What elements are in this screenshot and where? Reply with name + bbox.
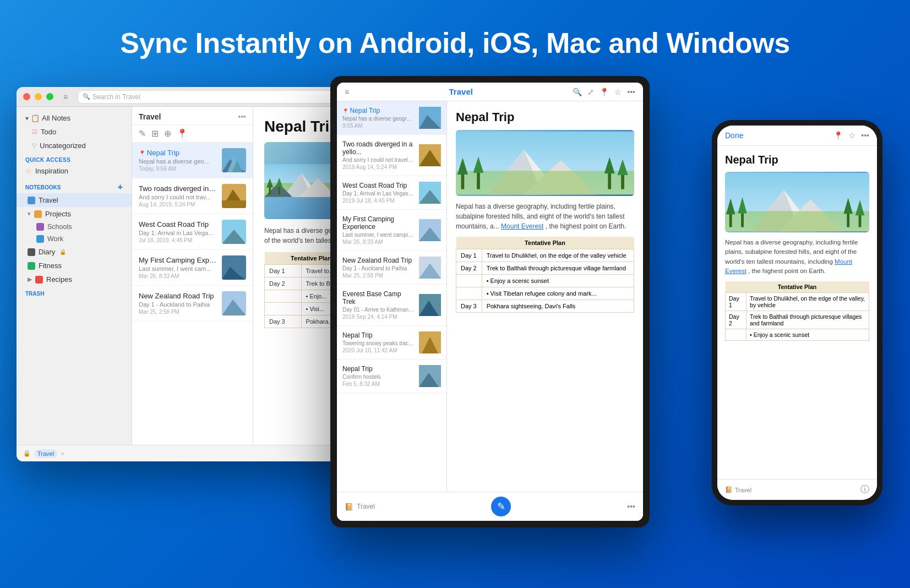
svg-rect-66 xyxy=(847,211,849,227)
tablet-editor-link[interactable]: Mount Everest xyxy=(501,222,543,230)
note-thumb-3 xyxy=(222,255,246,280)
tablet-note-item-1[interactable]: Two roads diverged in a yello... And sor… xyxy=(337,135,446,176)
mac-window: ≡ 🔍 Search in Travel ▾ 📋 All Notes ☑ Tod… xyxy=(17,87,369,461)
traffic-light-green[interactable] xyxy=(46,93,53,100)
tablet-thumb-0 xyxy=(419,107,441,129)
phone-star-icon[interactable]: ☆ xyxy=(848,131,855,140)
traffic-light-red[interactable] xyxy=(23,93,30,100)
svg-rect-20 xyxy=(269,187,271,195)
tablet-body: 📍 Nepal Trip Nepal has a diverse geograp… xyxy=(337,101,643,492)
sidebar-item-diary[interactable]: Diary 🔒 xyxy=(17,245,132,259)
traffic-light-yellow[interactable] xyxy=(35,93,42,100)
tablet-star-icon[interactable]: ☆ xyxy=(614,88,622,96)
notelist-toolbar: ✎ ⊞ ⊕ 📍 xyxy=(132,125,253,143)
sidebar-item-todo[interactable]: ☑ Todo xyxy=(17,125,132,139)
phone-header-icons: 📍 ☆ ••• xyxy=(833,131,869,140)
phone-footer-tag-label[interactable]: Travel xyxy=(735,487,751,493)
tablet-thumb-1 xyxy=(419,144,441,166)
sidebar-item-inspiration[interactable]: ☆ Inspiration xyxy=(17,164,132,178)
tablet-note-item-6[interactable]: Nepal Trip Towering snowy peaks trace th… xyxy=(337,326,446,360)
mac-sidebar: ▾ 📋 All Notes ☑ Todo ▽ Uncategorized QUI… xyxy=(17,107,132,445)
tablet-thumb-7 xyxy=(419,365,441,387)
tablet-pin-icon[interactable]: 📍 xyxy=(600,88,609,96)
tablet-top-icons: 🔍 ⤢ 📍 ☆ ••• xyxy=(573,88,635,96)
phone-editor-body: Nepal has a diverse geography, including… xyxy=(725,238,869,276)
svg-rect-49 xyxy=(461,172,465,189)
insert-image-icon[interactable]: ⊞ xyxy=(151,128,159,139)
tablet-editor-table: Tentative Plan Day 1Travel to Dhulikhel,… xyxy=(456,237,634,313)
note-item-west-coast[interactable]: West Coast Road Trip Day 1: Arrival in L… xyxy=(132,214,253,250)
phone-done-button[interactable]: Done xyxy=(725,131,743,140)
tablet-note-item-4[interactable]: New Zealand Road Trip Day 1 - Auckland t… xyxy=(337,251,446,285)
tablet-thumb-3 xyxy=(419,219,441,241)
menu-icon: ≡ xyxy=(63,92,68,101)
search-placeholder: Search in Travel xyxy=(92,93,140,101)
tablet-header-title: Travel xyxy=(449,87,473,96)
phone-header: Done 📍 ☆ ••• xyxy=(717,126,877,146)
tablet-note-item-3[interactable]: My First Camping Experience Last summer,… xyxy=(337,210,446,251)
footer-lock-icon: 🔒 xyxy=(23,450,31,457)
svg-marker-6 xyxy=(222,200,246,208)
sidebar-item-fitness[interactable]: Fitness xyxy=(17,259,132,273)
tablet-fab-button[interactable]: ✎ xyxy=(491,497,511,516)
footer-remove-tag[interactable]: × xyxy=(61,450,64,457)
note-thumb-2 xyxy=(222,220,246,244)
add-note-icon[interactable]: ⊕ xyxy=(164,128,171,139)
sidebar-item-travel[interactable]: Travel xyxy=(17,193,132,207)
tablet-footer-tag[interactable]: Travel xyxy=(357,503,375,510)
tablet-more-icon[interactable]: ••• xyxy=(627,88,635,96)
tablet-note-item-2[interactable]: West Coast Road Trip Day 1: Arrival in L… xyxy=(337,176,446,210)
new-note-icon[interactable]: ✎ xyxy=(139,128,146,139)
phone-editor: Nepal Trip xyxy=(717,146,877,479)
tablet-editor-image xyxy=(456,130,634,196)
devices-container: ≡ 🔍 Search in Travel ▾ 📋 All Notes ☑ Tod… xyxy=(0,76,910,549)
notelist-header: Travel ••• xyxy=(132,107,253,125)
note-item-nepal-trip[interactable]: 📍 Nepal Trip Nepal has a diverse geo... … xyxy=(132,143,253,178)
phone-editor-table: Tentative Plan Day 1Travel to Dhulikhel,… xyxy=(725,281,869,341)
sidebar-item-projects[interactable]: ▾ Projects xyxy=(17,207,132,221)
tablet-editor-body: Nepal has a diverse geography, including… xyxy=(456,202,634,231)
svg-rect-48 xyxy=(456,171,634,194)
notelist-more-icon[interactable]: ••• xyxy=(238,112,246,121)
sidebar-item-work[interactable]: Work xyxy=(17,233,132,245)
tablet-note-item-7[interactable]: Nepal Trip Confirm hostels Feb 5, 8:32 A… xyxy=(337,360,446,393)
add-notebook-button[interactable]: + xyxy=(118,182,123,192)
tablet-footer-book-icon: 📔 xyxy=(345,503,353,511)
sidebar-item-recipes[interactable]: ▶ Recipes xyxy=(17,273,132,286)
note-item-camping[interactable]: My First Camping Experi... Last summer, … xyxy=(132,250,253,286)
sidebar-item-all-notes[interactable]: ▾ 📋 All Notes xyxy=(17,111,132,125)
tablet-menu-icon[interactable]: ≡ xyxy=(345,88,349,96)
note-thumb-1 xyxy=(222,184,246,208)
quick-access-label: QUICK ACCESS xyxy=(17,153,132,164)
tablet-thumb-6 xyxy=(419,331,441,353)
phone-footer: 📔 Travel ⓘ xyxy=(717,479,877,500)
tablet-editor: Nepal Trip xyxy=(447,101,643,492)
tablet-expand-icon[interactable]: ⤢ xyxy=(587,88,594,96)
tablet-footer-more[interactable]: ••• xyxy=(627,502,635,511)
tablet-notelist: 📍 Nepal Trip Nepal has a diverse geograp… xyxy=(337,101,447,492)
footer-tag[interactable]: Travel xyxy=(34,449,57,458)
svg-rect-62 xyxy=(729,212,732,227)
phone-more-icon[interactable]: ••• xyxy=(861,131,869,140)
svg-rect-64 xyxy=(741,211,744,227)
pin-icon[interactable]: 📍 xyxy=(177,128,188,139)
note-item-nz[interactable]: New Zealand Road Trip Day 1 - Auckland t… xyxy=(132,286,253,322)
notebooks-header: NOTEBOOKS + xyxy=(17,178,132,193)
svg-rect-55 xyxy=(621,173,624,189)
tablet-note-item-5[interactable]: Everest Base Camp Trek Day 01 - Arrive t… xyxy=(337,285,446,326)
sidebar-item-schools[interactable]: Schools xyxy=(17,221,132,233)
phone-footer-tag-area: 📔 Travel xyxy=(725,486,751,493)
note-item-two-roads[interactable]: Two roads diverged in a ... And sorry I … xyxy=(132,178,253,214)
mac-body: ▾ 📋 All Notes ☑ Todo ▽ Uncategorized QUI… xyxy=(17,107,369,445)
mac-search-bar[interactable]: 🔍 Search in Travel xyxy=(78,90,362,104)
pin-badge: 📍 xyxy=(139,150,147,156)
sidebar-item-uncategorized[interactable]: ▽ Uncategorized xyxy=(17,139,132,153)
tablet-search-icon[interactable]: 🔍 xyxy=(573,88,582,96)
phone-footer-info-icon[interactable]: ⓘ xyxy=(860,484,869,496)
tablet-screen: ≡ Travel 🔍 ⤢ 📍 ☆ ••• 📍 xyxy=(337,83,643,521)
note-thumb-4 xyxy=(222,291,246,315)
tablet-note-item-0[interactable]: 📍 Nepal Trip Nepal has a diverse geograp… xyxy=(337,101,446,135)
phone-editor-title: Nepal Trip xyxy=(725,154,869,166)
phone-pin-icon[interactable]: 📍 xyxy=(833,131,843,140)
tablet-top-toolbar: ≡ Travel 🔍 ⤢ 📍 ☆ ••• xyxy=(337,83,643,101)
